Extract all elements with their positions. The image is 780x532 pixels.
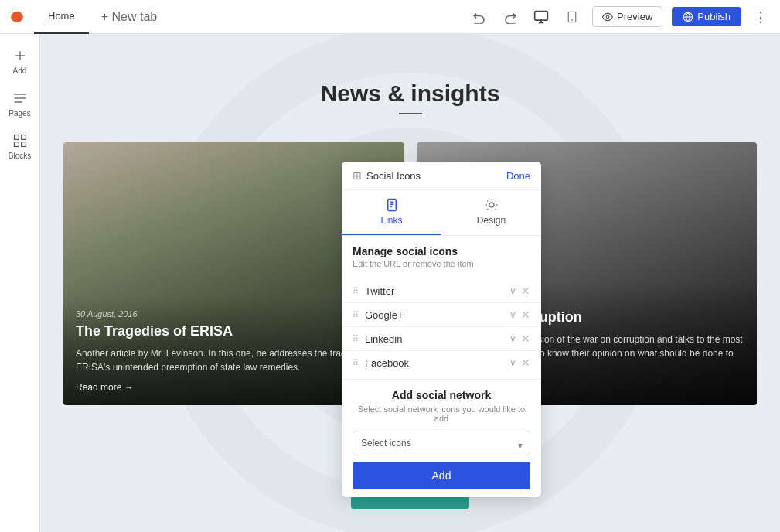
mobile-view-button[interactable] <box>561 6 583 28</box>
links-icon <box>385 198 399 212</box>
design-icon <box>485 198 499 212</box>
tab-links[interactable]: Links <box>342 190 441 235</box>
panel-title: Social Icons <box>366 170 421 182</box>
svg-rect-15 <box>14 142 19 147</box>
drag-handle-icon[interactable]: ⠿ <box>353 334 359 344</box>
sidebar-item-blocks[interactable]: Blocks <box>0 128 39 165</box>
remove-icon[interactable]: ✕ <box>521 332 530 345</box>
remove-icon[interactable]: ✕ <box>521 356 530 369</box>
panel-tabs: Links Design <box>342 190 541 236</box>
social-item-actions: ∨ ✕ <box>509 309 530 321</box>
svg-point-5 <box>606 15 609 19</box>
tab-design[interactable]: Design <box>441 190 541 235</box>
more-options-button[interactable]: ⋮ <box>751 9 771 26</box>
panel-done-button[interactable]: Done <box>506 170 530 182</box>
topnav-actions: Preview Publish ⋮ <box>468 6 780 28</box>
sidebar-item-pages[interactable]: Pages <box>0 86 39 122</box>
heading-divider <box>399 113 422 114</box>
social-list-item[interactable]: ⠿ Google+ ∨ ✕ <box>342 303 541 327</box>
svg-rect-14 <box>21 135 26 140</box>
sidebar-item-add[interactable]: Add <box>0 43 39 80</box>
drag-handle-icon[interactable]: ⠿ <box>353 286 359 296</box>
home-tab[interactable]: Home <box>34 0 89 34</box>
remove-icon[interactable]: ✕ <box>521 285 530 297</box>
panel-header-left: ⊞ Social Icons <box>353 169 421 182</box>
logo <box>0 9 34 26</box>
topnav: Home + New tab Preview Publish ⋮ <box>0 0 780 34</box>
redo-button[interactable] <box>499 6 521 28</box>
social-list-item[interactable]: ⠿ Twitter ∨ ✕ <box>342 279 541 303</box>
news-title: News & insights <box>40 80 780 107</box>
social-item-actions: ∨ ✕ <box>509 285 530 297</box>
chevron-down-icon[interactable]: ∨ <box>509 285 516 296</box>
new-tab-button[interactable]: + New tab <box>89 10 172 24</box>
add-social-network-section: Add social network Select social network… <box>342 379 541 497</box>
chevron-down-icon[interactable]: ∨ <box>509 309 516 320</box>
select-icons-wrapper: Select icons Instagram YouTube Pinterest… <box>353 431 530 462</box>
social-list-item[interactable]: ⠿ Facebook ∨ ✕ <box>342 351 541 374</box>
svg-rect-13 <box>14 135 19 140</box>
social-item-name: Linkedin <box>365 333 503 345</box>
main-content-area: News & insights 30 August, 2016 The Trag… <box>40 34 780 532</box>
undo-button[interactable] <box>468 6 490 28</box>
social-item-name: Twitter <box>365 285 503 297</box>
remove-icon[interactable]: ✕ <box>521 309 530 321</box>
add-social-title: Add social network <box>353 389 530 401</box>
svg-point-23 <box>489 203 494 207</box>
preview-button[interactable]: Preview <box>592 6 662 27</box>
news-section-heading: News & insights <box>40 80 780 114</box>
social-item-actions: ∨ ✕ <box>509 356 530 369</box>
panel-header: ⊞ Social Icons Done <box>342 162 541 190</box>
panel-manage-section: Manage social icons Edit the URL or remo… <box>342 236 541 275</box>
social-item-name: Google+ <box>365 309 503 321</box>
social-item-actions: ∨ ✕ <box>509 332 530 345</box>
social-item-name: Facebook <box>365 357 503 369</box>
desktop-view-button[interactable] <box>530 6 552 28</box>
add-social-subtitle: Select social network icons you would li… <box>353 404 530 423</box>
publish-button[interactable]: Publish <box>672 7 741 26</box>
svg-rect-0 <box>535 11 548 20</box>
drag-handle-icon[interactable]: ⠿ <box>353 358 359 368</box>
add-social-button[interactable]: Add <box>353 462 530 489</box>
chevron-down-icon[interactable]: ∨ <box>509 357 516 368</box>
manage-title: Manage social icons <box>353 245 530 257</box>
select-icons-dropdown[interactable]: Select icons Instagram YouTube Pinterest <box>353 431 530 455</box>
social-list: ⠿ Twitter ∨ ✕ ⠿ Google+ ∨ ✕ ⠿ Linkedin <box>342 275 541 379</box>
chevron-down-icon[interactable]: ∨ <box>509 333 516 344</box>
drag-handle-icon[interactable]: ⠿ <box>353 310 359 320</box>
svg-rect-16 <box>21 142 26 147</box>
sidebar: Add Pages Blocks <box>0 34 40 532</box>
grid-icon: ⊞ <box>353 169 362 182</box>
manage-subtitle: Edit the URL or remove the item <box>353 259 530 268</box>
social-list-item[interactable]: ⠿ Linkedin ∨ ✕ <box>342 327 541 351</box>
social-icons-panel: ⊞ Social Icons Done Links Design Manage <box>342 162 541 497</box>
